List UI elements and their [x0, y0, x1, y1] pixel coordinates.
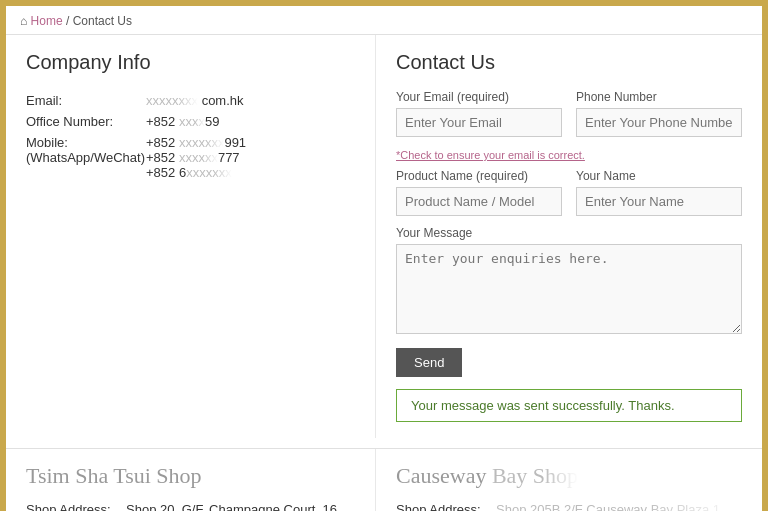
name-group: Your Name — [576, 169, 742, 216]
causeway-address-label: Shop Address: — [396, 499, 496, 511]
email-blurred: xxxxxxxx — [146, 93, 198, 108]
office-blurred: xxxx — [179, 114, 205, 129]
message-group: Your Message — [396, 226, 742, 334]
send-button[interactable]: Send — [396, 348, 462, 377]
mobile1-blurred: xxxxxxx — [179, 135, 225, 150]
email-field-label: Your Email (required) — [396, 90, 562, 104]
product-input[interactable] — [396, 187, 562, 216]
causeway-address-value: Shop 205B 2/F Causeway Bay Plaza 1 489 H… — [496, 499, 742, 511]
table-row: Shop Address: Shop 205B 2/F Causeway Bay… — [396, 499, 742, 511]
company-info-title: Company Info — [26, 51, 355, 74]
message-textarea[interactable] — [396, 244, 742, 334]
bottom-section: Tsim Sha Tsui Shop Shop Address: Shop 20… — [6, 448, 762, 511]
tsim-address-label: Shop Address: — [26, 499, 126, 511]
phone-field-label: Phone Number — [576, 90, 742, 104]
causeway-shop-table: Shop Address: Shop 205B 2/F Causeway Bay… — [396, 499, 742, 511]
breadcrumb-current: Contact Us — [73, 14, 132, 28]
company-info-section: Company Info Email: xxxxxxxx com.hk Offi… — [6, 35, 376, 438]
name-field-label: Your Name — [576, 169, 742, 183]
tsim-address-value: Shop 20, G/F, Champagne Court, 16 Kimber… — [126, 499, 355, 511]
office-value: +852 xxxx59 — [146, 111, 355, 132]
mobile-label: Mobile: (WhatsApp/WeChat) — [26, 132, 146, 183]
contact-form-section: Contact Us Your Email (required) Phone N… — [376, 35, 762, 438]
email-value: xxxxxxxx com.hk — [146, 90, 355, 111]
tsim-shop-table: Shop Address: Shop 20, G/F, Champagne Co… — [26, 499, 355, 511]
causeway-shop-title: Causeway Bay Shop — [396, 463, 742, 489]
mobile2-blurred: xxxxxx — [179, 150, 218, 165]
name-input[interactable] — [576, 187, 742, 216]
email-check-row: *Check to ensure your email is correct. — [396, 147, 742, 169]
table-row: Mobile: (WhatsApp/WeChat) +852 xxxxxxx99… — [26, 132, 355, 183]
tsim-shop-title: Tsim Sha Tsui Shop — [26, 463, 355, 489]
office-label: Office Number: — [26, 111, 146, 132]
email-group: Your Email (required) — [396, 90, 562, 137]
breadcrumb-separator: / — [66, 14, 73, 28]
table-row: Email: xxxxxxxx com.hk — [26, 90, 355, 111]
home-icon: ⌂ — [20, 14, 27, 28]
success-message: Your message was sent successfully. Than… — [396, 389, 742, 422]
email-input[interactable] — [396, 108, 562, 137]
breadcrumb: ⌂ Home / Contact Us — [6, 6, 762, 35]
company-info-table: Email: xxxxxxxx com.hk Office Number: +8… — [26, 90, 355, 183]
email-domain: com.hk — [202, 93, 244, 108]
email-label: Email: — [26, 90, 146, 111]
main-content: Company Info Email: xxxxxxxx com.hk Offi… — [6, 35, 762, 438]
contact-form-title: Contact Us — [396, 51, 742, 74]
phone-input[interactable] — [576, 108, 742, 137]
mobile-values: +852 xxxxxxx991 +852 xxxxxx777 +852 6xxx… — [146, 132, 355, 183]
message-field-label: Your Message — [396, 226, 742, 240]
causeway-address-blurred: Shop 205B 2/F Causeway Bay Plaza 1 489 H… — [496, 502, 742, 511]
causeway-title-blurred: Bay Shop — [492, 463, 578, 489]
tsim-shop-section: Tsim Sha Tsui Shop Shop Address: Shop 20… — [6, 449, 376, 511]
product-field-label: Product Name (required) — [396, 169, 562, 183]
product-group: Product Name (required) — [396, 169, 562, 216]
product-name-row: Product Name (required) Your Name — [396, 169, 742, 216]
page-wrapper: ⌂ Home / Contact Us Company Info Email: … — [6, 6, 762, 511]
mobile3-blurred: xxxxxxx — [186, 165, 232, 180]
email-phone-row: Your Email (required) Phone Number — [396, 90, 742, 137]
table-row: Office Number: +852 xxxx59 — [26, 111, 355, 132]
causeway-shop-section: Causeway Bay Shop Shop Address: Shop 205… — [376, 449, 762, 511]
phone-group: Phone Number — [576, 90, 742, 137]
breadcrumb-home[interactable]: Home — [31, 14, 63, 28]
table-row: Shop Address: Shop 20, G/F, Champagne Co… — [26, 499, 355, 511]
email-check-link[interactable]: *Check to ensure your email is correct. — [396, 149, 585, 161]
